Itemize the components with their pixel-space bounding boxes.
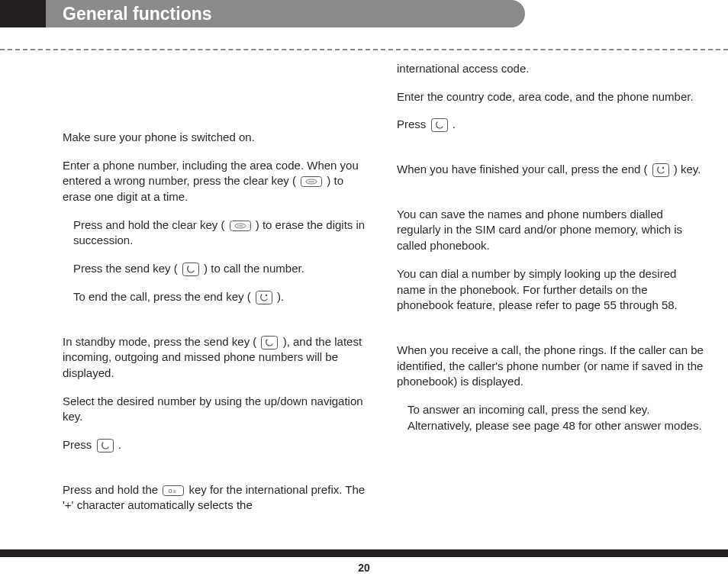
header-accent-block [0, 0, 46, 27]
text: Press and hold the clear key ( [73, 218, 224, 231]
paragraph: You can dial a number by simply looking … [397, 266, 704, 314]
page-number: 20 [0, 562, 728, 574]
paragraph: Press and hold the key for the internati… [63, 482, 369, 514]
column-left: Make sure your phone is switched on. Ent… [63, 61, 369, 526]
send-key-icon [431, 118, 448, 132]
text: When you have finished your call, press … [397, 163, 648, 176]
send-key-icon [182, 263, 199, 276]
text: In standby mode, press the send key ( [63, 335, 256, 348]
clear-key-icon [230, 221, 251, 231]
column-right: international access code. Enter the cou… [397, 61, 704, 526]
paragraph: Press . [63, 437, 369, 453]
paragraph: Press the send key ( ) to call the numbe… [73, 261, 369, 277]
paragraph: To end the call, press the end key ( ). [73, 289, 369, 305]
paragraph: To answer an incoming call, press the se… [407, 402, 704, 433]
text: Press and hold the [63, 483, 158, 496]
text: ) key. [674, 163, 701, 176]
text: Press [63, 438, 92, 451]
page-title: General functions [46, 0, 525, 27]
clear-key-icon [301, 176, 322, 187]
zero-key-icon [163, 485, 184, 496]
divider-dashed [0, 49, 728, 50]
paragraph: Enter a phone number, including the area… [63, 158, 369, 205]
paragraph: international access code. [397, 61, 704, 77]
paragraph: Make sure your phone is switched on. [63, 130, 369, 146]
text: . [453, 118, 456, 130]
paragraph: You can save the names and phone numbers… [397, 207, 704, 254]
end-key-icon [652, 163, 669, 177]
paragraph: Press . [397, 117, 704, 133]
content-columns: Make sure your phone is switched on. Ent… [63, 61, 704, 526]
end-key-icon [256, 291, 272, 304]
paragraph: Enter the country code, area code, and t… [397, 89, 704, 105]
footer-bar [0, 549, 728, 557]
text: Press [397, 118, 426, 130]
paragraph: Select the desired number by using the u… [63, 394, 369, 425]
paragraph: When you have finished your call, press … [397, 162, 704, 178]
text: ) to call the number. [204, 262, 304, 275]
send-key-icon [261, 336, 278, 349]
text: . [118, 438, 121, 451]
text: ). [277, 290, 284, 303]
paragraph: Press and hold the clear key ( ) to eras… [73, 217, 369, 249]
send-key-icon [97, 439, 114, 453]
paragraph: When you receive a call, the phone rings… [397, 343, 704, 390]
paragraph: In standby mode, press the send key ( ),… [63, 334, 369, 382]
text: Press the send key ( [73, 262, 178, 275]
text: To end the call, press the end key ( [73, 290, 251, 303]
